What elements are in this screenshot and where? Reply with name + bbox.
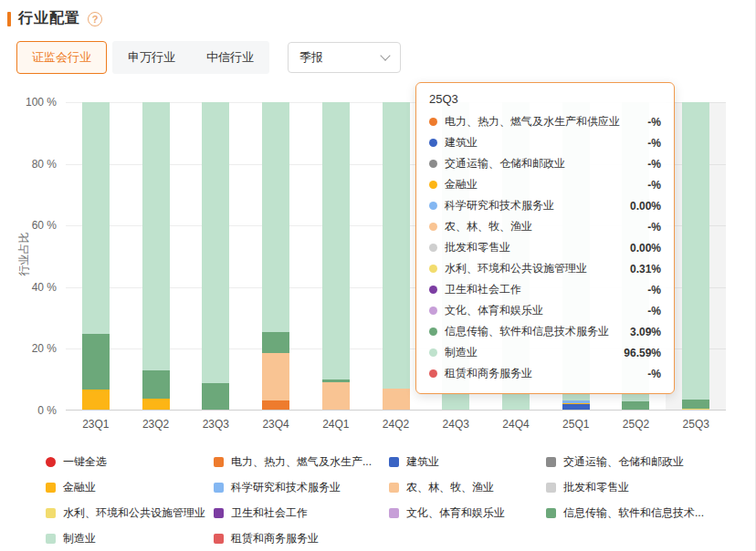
series-color-dot: [429, 307, 437, 315]
legend-item[interactable]: 批发和零售业: [546, 476, 749, 498]
bar-stack[interactable]: [262, 102, 289, 410]
bar-stack[interactable]: [682, 102, 709, 410]
bar-stack[interactable]: [142, 102, 170, 410]
tooltip-series-value: 0.00%: [630, 200, 661, 213]
legend-item[interactable]: 水利、环境和公共设施管理业: [46, 502, 214, 524]
tooltip-series-value: 0.31%: [630, 263, 661, 276]
series-color-dot: [429, 244, 437, 252]
legend-item[interactable]: 文化、体育和娱乐业: [389, 502, 546, 524]
bar-stack[interactable]: [383, 102, 410, 410]
tab-group: 申万行业中信行业: [112, 41, 269, 74]
series-color-dot: [429, 286, 437, 294]
legend-label: 交通运输、仓储和邮政业: [563, 454, 684, 470]
series-color-dot: [429, 369, 437, 378]
bar-segment: [682, 409, 709, 410]
tooltip-series-name: 信息传输、软件和信息技术服务业: [445, 324, 621, 339]
bar-column: [666, 102, 726, 410]
bar-stack[interactable]: [82, 102, 110, 410]
bar-segment: [682, 400, 709, 409]
tooltip-series-value: 96.59%: [624, 347, 661, 359]
legend-marker: [214, 534, 224, 544]
legend-item[interactable]: 建筑业: [389, 451, 546, 473]
bar-column: [66, 102, 126, 410]
tooltip-series-name: 制造业: [445, 345, 614, 360]
legend-label: 卫生和社会工作: [231, 505, 308, 521]
tab-1[interactable]: 证监会行业: [16, 41, 107, 74]
legend-item[interactable]: 电力、热力、燃气及水生产...: [214, 451, 389, 473]
x-tick-label: 23Q4: [246, 418, 306, 431]
tooltip-row: 建筑业-%: [429, 132, 661, 153]
bar-segment: [262, 332, 289, 353]
series-color-dot: [429, 348, 437, 357]
legend-item[interactable]: 卫生和社会工作: [214, 502, 389, 524]
legend-item[interactable]: 制造业: [46, 527, 214, 549]
legend-item[interactable]: 信息传输、软件和信息技术...: [546, 502, 749, 524]
bar-segment: [682, 102, 709, 400]
x-tick-label: 23Q1: [66, 418, 126, 431]
tooltip-row: 制造业96.59%: [429, 342, 661, 363]
tooltip-row: 金融业-%: [429, 174, 661, 195]
bar-segment: [82, 102, 110, 334]
tooltip-series-name: 金融业: [445, 177, 638, 192]
x-axis-labels: 23Q123Q223Q323Q424Q124Q224Q324Q425Q125Q2…: [66, 418, 726, 431]
tooltip-series-name: 文化、体育和娱乐业: [445, 303, 638, 318]
legend-item[interactable]: 交通运输、仓储和邮政业: [546, 451, 749, 473]
legend-marker: [214, 508, 224, 518]
tooltip-series-name: 批发和零售业: [445, 240, 621, 255]
legend-item-select-all[interactable]: 一键全选: [46, 451, 214, 473]
series-color-dot: [429, 181, 437, 189]
x-tick-label: 24Q3: [425, 418, 486, 431]
tab-3[interactable]: 中信行业: [191, 41, 269, 74]
legend-marker: [546, 483, 556, 493]
x-tick-label: 24Q1: [306, 418, 366, 431]
page-title: 行业配置: [18, 9, 80, 28]
x-tick-label: 24Q2: [366, 418, 426, 431]
series-color-dot: [429, 118, 437, 126]
series-color-dot: [429, 223, 437, 231]
bar-segment: [322, 382, 350, 410]
legend-marker: [389, 457, 399, 467]
x-tick-label: 23Q3: [185, 418, 246, 431]
legend-item[interactable]: 农、林、牧、渔业: [389, 476, 546, 498]
legend-item[interactable]: 科学研究和技术服务业: [214, 476, 389, 498]
legend-marker: [389, 508, 399, 518]
help-icon[interactable]: ?: [88, 12, 102, 26]
bar-stack[interactable]: [202, 102, 229, 410]
tooltip-row: 交通运输、仓储和邮政业-%: [429, 153, 661, 174]
y-tick-label: 80 %: [7, 158, 57, 171]
series-color-dot: [429, 139, 437, 147]
legend-label: 批发和零售业: [563, 480, 629, 495]
bar-segment: [262, 353, 289, 400]
y-tick-label: 20 %: [7, 342, 57, 355]
period-select[interactable]: 季报: [288, 42, 401, 73]
series-color-dot: [429, 202, 437, 210]
select-all-marker: [46, 457, 56, 467]
tooltip-series-value: -%: [647, 116, 661, 129]
bar-stack[interactable]: [322, 102, 350, 410]
tab-2[interactable]: 申万行业: [112, 41, 191, 74]
legend-marker: [214, 483, 224, 493]
tooltip-series-name: 电力、热力、燃气及水生产和供应业: [445, 114, 638, 130]
legend-marker: [546, 508, 556, 518]
legend-marker: [46, 534, 56, 544]
period-select-value: 季报: [299, 49, 323, 66]
legend-label: 电力、热力、燃气及水生产...: [231, 454, 372, 470]
legend-label: 水利、环境和公共设施管理业: [63, 505, 205, 521]
bar-segment: [622, 401, 649, 410]
tooltip-series-name: 水利、环境和公共设施管理业: [445, 261, 621, 276]
tooltip-row: 租赁和商务服务业-%: [429, 363, 661, 384]
tooltip-series-value: -%: [647, 284, 661, 296]
legend-marker: [389, 483, 399, 493]
tooltip-rows: 电力、热力、燃气及水生产和供应业-%建筑业-%交通运输、仓储和邮政业-%金融业-…: [429, 111, 661, 384]
series-color-dot: [429, 265, 437, 273]
tooltip-series-value: -%: [647, 137, 661, 150]
tooltip-series-value: 3.09%: [630, 326, 661, 338]
bar-column: [185, 102, 246, 410]
legend-item[interactable]: 金融业: [46, 476, 214, 498]
x-tick-label: 25Q1: [546, 418, 606, 431]
bar-segment: [202, 383, 229, 410]
tooltip-row: 科学研究和技术服务业0.00%: [429, 195, 661, 216]
tooltip-series-value: -%: [647, 158, 661, 171]
legend-item[interactable]: 租赁和商务服务业: [214, 527, 389, 549]
tooltip-row: 批发和零售业0.00%: [429, 237, 661, 258]
